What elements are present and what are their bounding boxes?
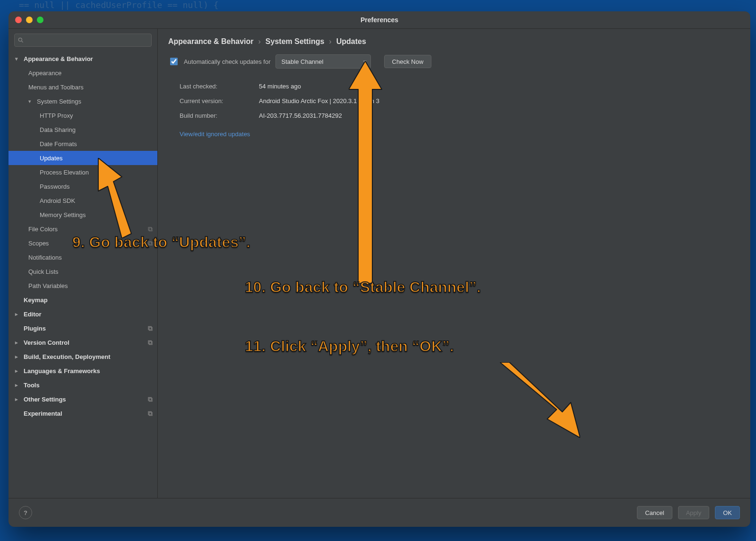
sidebar-item-label: File Colors — [28, 226, 58, 233]
annotation-text-11: 11. Click “Apply”, then “OK”. — [245, 338, 454, 355]
sidebar-item-system-settings[interactable]: ▾System Settings — [9, 94, 157, 108]
update-channel-select[interactable]: Stable Channel ▾ — [275, 54, 371, 69]
sidebar-item-quick-lists[interactable]: Quick Lists — [9, 264, 157, 279]
sidebar-item-label: Other Settings — [24, 396, 66, 403]
sidebar-item-notifications[interactable]: Notifications — [9, 250, 157, 264]
close-window-button[interactable] — [15, 17, 22, 23]
help-button[interactable]: ? — [19, 506, 32, 519]
sidebar-item-label: Experimental — [24, 410, 62, 417]
breadcrumb-separator-icon: › — [258, 37, 261, 46]
sidebar-item-version-control[interactable]: ▸Version Control⧉ — [9, 335, 157, 349]
sidebar-item-tools[interactable]: ▸Tools — [9, 378, 157, 392]
sidebar-item-menus-and-toolbars[interactable]: Menus and Toolbars — [9, 80, 157, 94]
sidebar-item-other-settings[interactable]: ▸Other Settings⧉ — [9, 392, 157, 406]
sidebar-item-android-sdk[interactable]: Android SDK — [9, 193, 157, 208]
chevron-right-icon: ▸ — [15, 354, 22, 360]
search-input[interactable] — [14, 34, 152, 47]
ok-button[interactable]: OK — [715, 506, 740, 519]
sidebar-item-label: HTTP Proxy — [40, 112, 73, 119]
background-code-strip: == null || cachedUserProfile == null) { — [0, 0, 756, 11]
check-now-button[interactable]: Check Now — [384, 55, 431, 68]
sidebar-item-label: Notifications — [28, 254, 62, 261]
sidebar-item-date-formats[interactable]: Date Formats — [9, 137, 157, 151]
chevron-right-icon: ▸ — [15, 396, 22, 402]
sidebar: ▾Appearance & BehaviorAppearanceMenus an… — [9, 29, 158, 498]
chevron-down-icon: ▾ — [15, 56, 22, 62]
sidebar-item-editor[interactable]: ▸Editor — [9, 307, 157, 321]
current-version-label: Current version: — [180, 97, 246, 105]
sidebar-item-label: Scopes — [28, 240, 49, 247]
sidebar-item-plugins[interactable]: Plugins⧉ — [9, 321, 157, 335]
sidebar-item-data-sharing[interactable]: Data Sharing — [9, 122, 157, 137]
chevron-right-icon: ▸ — [15, 382, 22, 388]
sidebar-item-label: Passwords — [40, 183, 70, 190]
sidebar-item-appearance[interactable]: Appearance — [9, 66, 157, 80]
build-number-label: Build number: — [180, 112, 246, 119]
window-controls — [15, 17, 43, 23]
sidebar-item-languages-frameworks[interactable]: ▸Languages & Frameworks — [9, 364, 157, 378]
build-number-value: AI-203.7717.56.2031.7784292 — [259, 112, 342, 119]
sidebar-item-label: Updates — [40, 155, 62, 162]
sidebar-item-label: Path Variables — [28, 282, 68, 289]
sidebar-item-label: Memory Settings — [40, 211, 86, 218]
sidebar-item-http-proxy[interactable]: HTTP Proxy — [9, 108, 157, 122]
project-scheme-icon: ⧉ — [148, 395, 153, 403]
settings-tree[interactable]: ▾Appearance & BehaviorAppearanceMenus an… — [9, 52, 157, 498]
sidebar-item-label: Editor — [24, 311, 42, 318]
sidebar-item-build-execution-deployment[interactable]: ▸Build, Execution, Deployment — [9, 349, 157, 364]
sidebar-item-label: System Settings — [37, 98, 81, 105]
sidebar-item-passwords[interactable]: Passwords — [9, 179, 157, 193]
ignored-updates-link[interactable]: View/edit ignored updates — [180, 131, 250, 138]
breadcrumb-segment: Updates — [336, 37, 366, 46]
preferences-dialog: Preferences ▾Appearance & BehaviorAppear… — [9, 11, 750, 527]
sidebar-item-label: Data Sharing — [40, 126, 76, 133]
chevron-down-icon: ▾ — [28, 98, 35, 105]
sidebar-item-process-elevation[interactable]: Process Elevation — [9, 165, 157, 179]
auto-check-updates-checkbox[interactable] — [170, 58, 178, 65]
sidebar-item-label: Appearance & Behavior — [24, 55, 93, 62]
cancel-button[interactable]: Cancel — [637, 506, 672, 519]
maximize-window-button[interactable] — [37, 17, 43, 23]
sidebar-item-label: Android SDK — [40, 197, 75, 204]
sidebar-item-label: Appearance — [28, 70, 61, 77]
sidebar-item-experimental[interactable]: Experimental⧉ — [9, 406, 157, 420]
project-scheme-icon: ⧉ — [148, 225, 153, 233]
project-scheme-icon: ⧉ — [148, 339, 153, 347]
sidebar-item-label: Date Formats — [40, 140, 77, 148]
sidebar-item-label: Quick Lists — [28, 268, 59, 275]
sidebar-item-label: Process Elevation — [40, 169, 89, 176]
content-panel: Appearance & Behavior › System Settings … — [158, 29, 750, 498]
sidebar-item-appearance-behavior[interactable]: ▾Appearance & Behavior — [9, 52, 157, 66]
sidebar-item-memory-settings[interactable]: Memory Settings — [9, 208, 157, 222]
last-checked-label: Last checked: — [180, 83, 246, 90]
sidebar-item-label: Tools — [24, 382, 40, 389]
minimize-window-button[interactable] — [26, 17, 33, 23]
update-channel-value: Stable Channel — [282, 58, 324, 65]
sidebar-item-label: Plugins — [24, 325, 46, 332]
breadcrumb: Appearance & Behavior › System Settings … — [158, 29, 750, 50]
breadcrumb-separator-icon: › — [329, 37, 331, 46]
sidebar-item-updates[interactable]: Updates — [9, 151, 157, 165]
breadcrumb-segment: Appearance & Behavior — [168, 37, 254, 46]
sidebar-item-label: Menus and Toolbars — [28, 84, 84, 91]
apply-button[interactable]: Apply — [678, 506, 710, 519]
chevron-right-icon: ▸ — [15, 311, 22, 317]
current-version-value: Android Studio Arctic Fox | 2020.3.1 Pat… — [259, 97, 379, 105]
chevron-down-icon: ▾ — [363, 58, 367, 65]
project-scheme-icon: ⧉ — [148, 324, 153, 332]
annotation-text-9: 9. Go back to “Updates”. — [72, 234, 250, 251]
project-scheme-icon: ⧉ — [148, 410, 153, 418]
sidebar-item-keymap[interactable]: Keymap — [9, 293, 157, 307]
dialog-footer: ? Cancel Apply OK — [9, 498, 750, 527]
sidebar-item-label: Build, Execution, Deployment — [24, 353, 110, 360]
titlebar: Preferences — [9, 11, 750, 29]
window-title: Preferences — [9, 16, 750, 24]
sidebar-item-path-variables[interactable]: Path Variables — [9, 279, 157, 293]
sidebar-item-label: Version Control — [24, 339, 69, 346]
sidebar-item-label: Keymap — [24, 297, 48, 304]
breadcrumb-segment: System Settings — [266, 37, 324, 46]
annotation-text-10: 10. Go back to “Stable Channel”. — [245, 279, 481, 296]
last-checked-value: 54 minutes ago — [259, 83, 301, 90]
chevron-right-icon: ▸ — [15, 368, 22, 374]
chevron-right-icon: ▸ — [15, 340, 22, 346]
